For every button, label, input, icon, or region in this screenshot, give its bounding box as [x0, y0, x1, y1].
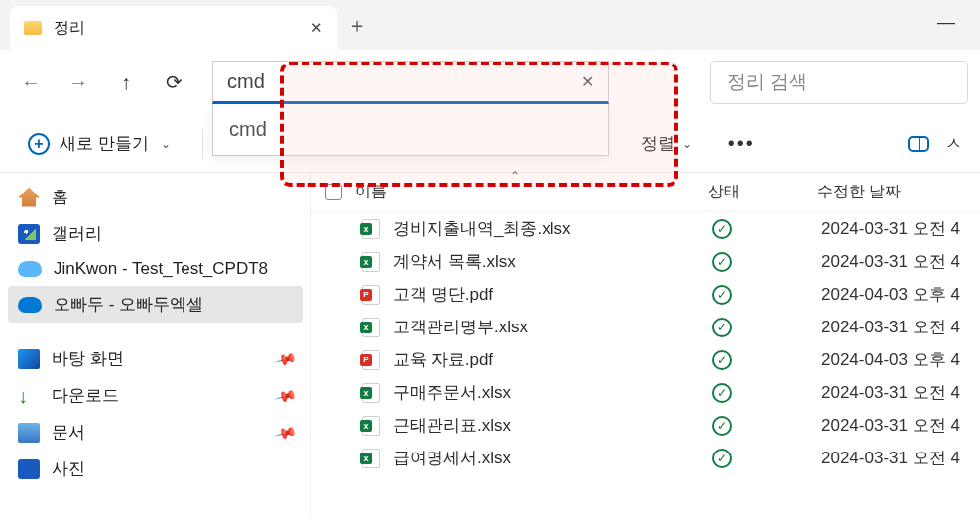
- documents-icon: [18, 423, 40, 443]
- pin-icon: 📌: [273, 383, 298, 408]
- sidebar-item-label: 오빠두 - 오빠두엑셀: [54, 293, 203, 316]
- minimize-button[interactable]: —: [937, 12, 955, 33]
- close-tab-icon[interactable]: ✕: [310, 19, 323, 37]
- file-date: 2024-04-03 오후 4: [821, 348, 980, 371]
- file-name: 경비지출내역_최종.xlsx: [393, 217, 712, 240]
- back-button[interactable]: ←: [12, 64, 50, 101]
- tab-current[interactable]: 정리 ✕: [10, 6, 337, 50]
- pictures-icon: [18, 459, 40, 479]
- details-label: ㅅ: [945, 132, 962, 155]
- file-name: 고객 명단.pdf: [393, 283, 712, 306]
- details-pane-icon[interactable]: [908, 136, 929, 152]
- address-input-box[interactable]: ✕: [212, 61, 609, 104]
- pin-icon: 📌: [273, 420, 298, 445]
- folder-icon: [24, 21, 42, 35]
- sidebar-item-documents[interactable]: 문서 📌: [0, 414, 310, 451]
- file-status: ✓: [712, 252, 821, 272]
- status-ok-icon: ✓: [712, 449, 732, 468]
- status-ok-icon: ✓: [712, 416, 732, 436]
- clear-address-icon[interactable]: ✕: [581, 72, 594, 91]
- up-button[interactable]: ↑: [107, 64, 145, 101]
- new-label: 새로 만들기: [60, 132, 149, 155]
- status-ok-icon: ✓: [712, 219, 732, 239]
- file-date: 2024-03-31 오전 4: [821, 250, 980, 273]
- chevron-down-icon: ⌄: [682, 137, 692, 151]
- sidebar-item-label: 문서: [52, 421, 85, 444]
- cloud-icon: [18, 297, 42, 313]
- file-status: ✓: [712, 383, 821, 403]
- select-all-checkbox[interactable]: [311, 184, 355, 200]
- file-row[interactable]: 근태관리표.xlsx✓2024-03-31 오전 4: [311, 409, 980, 442]
- status-ok-icon: ✓: [712, 285, 732, 305]
- file-date: 2024-03-31 오전 4: [821, 447, 980, 469]
- more-button[interactable]: •••: [728, 132, 755, 155]
- column-name[interactable]: 이름: [355, 182, 708, 202]
- pin-icon: 📌: [273, 346, 298, 371]
- sidebar-item-desktop[interactable]: 바탕 화면 📌: [0, 340, 310, 377]
- file-date: 2024-03-31 오전 4: [821, 217, 980, 240]
- file-row[interactable]: 고객관리명부.xlsx✓2024-03-31 오전 4: [311, 311, 980, 343]
- xlsx-icon: [359, 219, 383, 239]
- sidebar-item-gallery[interactable]: 갤러리: [0, 215, 310, 252]
- file-status: ✓: [712, 449, 821, 468]
- xlsx-icon: [359, 383, 383, 403]
- nav-row: ← → ↑ ⟳ ✕ cmd 정리 검색: [0, 50, 980, 115]
- file-status: ✓: [712, 416, 821, 436]
- new-button[interactable]: + 새로 만들기 ⌄: [18, 126, 181, 161]
- sort-indicator-icon: ⌃: [510, 169, 520, 183]
- sidebar-item-label: 사진: [52, 457, 85, 480]
- sidebar-item-label: 다운로드: [52, 384, 119, 407]
- xlsx-icon: [359, 449, 383, 468]
- sidebar-item-onedrive-2[interactable]: 오빠두 - 오빠두엑셀: [8, 286, 303, 323]
- sidebar-item-downloads[interactable]: ↓ 다운로드 📌: [0, 377, 310, 414]
- chevron-down-icon: ⌄: [161, 137, 171, 151]
- home-icon: [18, 188, 40, 207]
- cloud-icon: [18, 261, 42, 277]
- gallery-icon: [18, 224, 40, 244]
- file-row[interactable]: 교육 자료.pdf✓2024-04-03 오후 4: [311, 343, 980, 376]
- sidebar-item-pictures[interactable]: 사진: [0, 451, 310, 487]
- file-row[interactable]: 경비지출내역_최종.xlsx✓2024-03-31 오전 4: [311, 212, 980, 245]
- file-date: 2024-03-31 오전 4: [821, 381, 980, 404]
- address-suggestions: cmd: [212, 104, 609, 156]
- column-headers: ⌃ 이름 상태 수정한 날짜: [311, 173, 980, 212]
- sort-button[interactable]: 정렬 ⌄: [641, 132, 692, 155]
- file-row[interactable]: 구매주문서.xlsx✓2024-03-31 오전 4: [311, 376, 980, 409]
- file-rows: 경비지출내역_최종.xlsx✓2024-03-31 오전 4계약서 목록.xls…: [311, 212, 980, 474]
- sidebar-item-label: 갤러리: [52, 222, 102, 245]
- new-tab-button[interactable]: ＋: [337, 0, 377, 50]
- column-date[interactable]: 수정한 날짜: [817, 182, 980, 202]
- status-ok-icon: ✓: [712, 318, 732, 337]
- address-suggestion-item[interactable]: cmd: [213, 104, 608, 155]
- sidebar-item-label: 바탕 화면: [52, 347, 124, 370]
- file-name: 근태관리표.xlsx: [393, 414, 712, 437]
- file-name: 급여명세서.xlsx: [393, 447, 712, 469]
- sidebar-item-onedrive-1[interactable]: JinKwon - Test_Test_CPDT8: [0, 252, 310, 286]
- search-box[interactable]: 정리 검색: [710, 61, 968, 104]
- file-date: 2024-04-03 오후 4: [821, 283, 980, 306]
- file-name: 교육 자료.pdf: [393, 348, 712, 371]
- column-status[interactable]: 상태: [708, 182, 817, 202]
- tab-title: 정리: [54, 18, 303, 39]
- file-row[interactable]: 고객 명단.pdf✓2024-04-03 오후 4: [311, 278, 980, 311]
- pdf-icon: [359, 350, 383, 370]
- xlsx-icon: [359, 252, 383, 272]
- file-status: ✓: [712, 219, 821, 239]
- separator: [202, 129, 203, 159]
- file-status: ✓: [712, 285, 821, 305]
- file-row[interactable]: 급여명세서.xlsx✓2024-03-31 오전 4: [311, 442, 980, 474]
- file-list: ⌃ 이름 상태 수정한 날짜 경비지출내역_최종.xlsx✓2024-03-31…: [311, 173, 980, 518]
- sidebar-item-home[interactable]: 홈: [0, 179, 310, 215]
- pdf-icon: [359, 285, 383, 305]
- desktop-icon: [18, 349, 40, 369]
- address-bar: ✕ cmd: [212, 61, 609, 104]
- sidebar: 홈 갤러리 JinKwon - Test_Test_CPDT8 오빠두 - 오빠…: [0, 173, 311, 518]
- refresh-button[interactable]: ⟳: [155, 64, 192, 101]
- xlsx-icon: [359, 416, 383, 436]
- file-row[interactable]: 계약서 목록.xlsx✓2024-03-31 오전 4: [311, 245, 980, 278]
- address-input[interactable]: [227, 70, 581, 93]
- sidebar-item-label: 홈: [52, 186, 68, 208]
- status-ok-icon: ✓: [712, 350, 732, 370]
- forward-button[interactable]: →: [60, 64, 97, 101]
- titlebar: 정리 ✕ ＋ —: [0, 0, 980, 50]
